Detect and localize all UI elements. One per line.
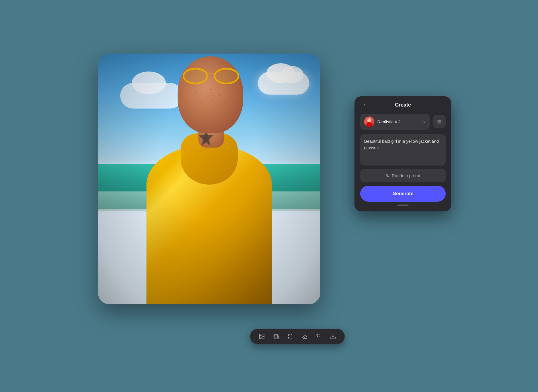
back-button[interactable]: ‹: [360, 101, 368, 109]
create-panel: ‹ Create Realistic 4.2 ∨ ⊞ Beautiful bal…: [354, 96, 451, 211]
model-row: Realistic 4.2 ∨ ⊞: [360, 114, 446, 130]
glasses: [180, 68, 242, 85]
erase-tool-button[interactable]: [301, 333, 308, 340]
svg-point-1: [260, 335, 261, 336]
erase-icon: [301, 333, 308, 340]
image-tool-button[interactable]: [258, 333, 266, 340]
resize-tool-button[interactable]: [287, 333, 294, 340]
glass-right-lens: [214, 68, 239, 84]
glass-bridge: [208, 74, 214, 74]
crop-tool-button[interactable]: [272, 333, 280, 340]
refresh-tool-button[interactable]: [315, 333, 323, 340]
model-avatar: [364, 117, 374, 127]
glass-left-lens: [183, 68, 208, 84]
panel-title: Create: [395, 102, 411, 108]
image-icon: [259, 333, 265, 340]
refresh-icon: ↻: [386, 173, 390, 178]
main-scene: ‹ Create Realistic 4.2 ∨ ⊞ Beautiful bal…: [98, 39, 440, 353]
generate-button[interactable]: Generate: [360, 186, 446, 202]
drag-indicator: [397, 205, 409, 206]
resize-icon: [287, 333, 294, 340]
download-icon: [330, 333, 336, 340]
prompt-text: Beautiful bald girl in a yellow jacket a…: [364, 139, 439, 150]
settings-icon: ⊞: [437, 119, 441, 125]
panel-header: ‹ Create: [360, 102, 446, 108]
model-settings-button[interactable]: ⊞: [433, 115, 446, 128]
generate-label: Generate: [392, 191, 413, 196]
random-prompt-label: Random promt: [392, 173, 420, 178]
prompt-area[interactable]: Beautiful bald girl in a yellow jacket a…: [360, 134, 446, 166]
bottom-toolbar: [250, 329, 345, 344]
photo-card: [98, 54, 320, 304]
model-selector[interactable]: Realistic 4.2 ∨: [360, 114, 430, 130]
model-name: Realistic 4.2: [377, 119, 420, 124]
download-tool-button[interactable]: [329, 333, 337, 340]
refresh-icon: [316, 333, 322, 340]
photo-vignette: [98, 54, 320, 304]
crop-icon: [273, 333, 279, 340]
random-prompt-button[interactable]: ↻ Random promt: [360, 169, 446, 182]
chevron-down-icon: ∨: [423, 119, 426, 124]
